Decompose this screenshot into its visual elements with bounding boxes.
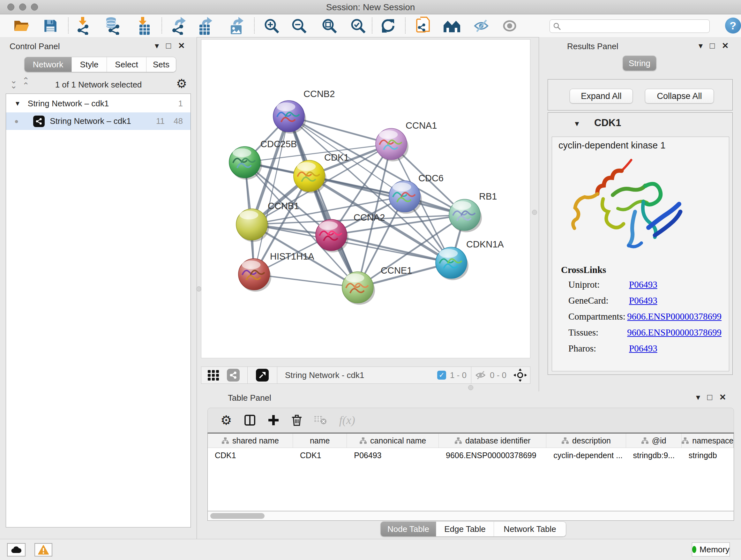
tab-sets[interactable]: Sets — [146, 57, 176, 72]
import-string-network-button[interactable] — [415, 17, 433, 35]
column-header-namespace[interactable]: namespace — [682, 434, 734, 448]
column-header-name[interactable]: name — [293, 434, 347, 448]
edge-count: 48 — [174, 116, 183, 126]
right-splitter-handle[interactable] — [532, 210, 537, 215]
tab-network-table[interactable]: Network Table — [494, 522, 566, 537]
delete-table-icon-disabled — [314, 415, 327, 425]
horizontal-splitter-handle[interactable] — [468, 385, 473, 390]
crosslinks-list: Uniprot:P06493GeneCard:P06493Compartment… — [568, 279, 722, 359]
panel-close-icon[interactable]: ✕ — [722, 41, 729, 51]
tree-expander-icon[interactable]: ▼ — [14, 100, 21, 107]
panel-float-icon[interactable]: □ — [710, 41, 715, 51]
section-expander-icon[interactable]: ▼ — [574, 120, 581, 128]
column-header-sharedname[interactable]: shared name — [208, 434, 293, 448]
panel-dropdown-icon[interactable]: ▾ — [698, 41, 703, 51]
export-table-button[interactable] — [197, 17, 214, 35]
open-session-button[interactable] — [13, 17, 30, 35]
expand-all-button[interactable]: Expand All — [569, 89, 633, 104]
apply-layout-button[interactable] — [379, 17, 397, 35]
protein-description: cyclin-dependent kinase 1 — [558, 140, 665, 151]
zoom-out-button[interactable] — [290, 17, 308, 35]
save-session-button[interactable] — [42, 17, 59, 35]
columns-icon[interactable] — [244, 415, 256, 426]
network-view-toggle-button[interactable] — [227, 369, 240, 381]
crosslink-link[interactable]: P06493 — [629, 343, 657, 354]
column-header-id[interactable]: @id — [626, 434, 682, 448]
detach-view-button[interactable] — [256, 369, 269, 381]
network-graph[interactable]: CCNB2CCNA1CDC25BCDK1CDC6RB1CCNB1CCNA2CDK… — [201, 40, 530, 358]
crosslink-link[interactable]: 9606.ENSP00000378699 — [627, 311, 722, 322]
birdseye-toggle-button[interactable] — [514, 368, 527, 382]
grid-view-button[interactable] — [207, 369, 220, 381]
selected-nodes-checkbox[interactable]: ✓ — [437, 371, 446, 380]
zoom-in-button[interactable] — [263, 17, 280, 35]
tab-style[interactable]: Style — [72, 57, 107, 72]
network-row-selected[interactable]: ● String Network – cdk1 11 48 — [6, 112, 191, 130]
table-gear-icon[interactable]: ⚙ — [220, 414, 232, 427]
column-header-canonicalname[interactable]: canonical name — [347, 434, 439, 448]
import-table-button[interactable] — [135, 17, 153, 35]
column-header-description[interactable]: description — [546, 434, 626, 448]
tab-select[interactable]: Select — [107, 57, 146, 72]
graph-node-CDKN1A: CDKN1A — [435, 239, 504, 280]
zoom-selected-button[interactable] — [349, 17, 367, 35]
memory-button[interactable]: Memory — [692, 543, 730, 557]
zoom-out-icon — [291, 18, 307, 34]
hide-glass-button[interactable] — [473, 17, 491, 35]
memory-status-icon — [692, 546, 696, 553]
graph-node-CCNA1: CCNA1 — [376, 120, 437, 162]
left-splitter-handle[interactable] — [196, 287, 201, 292]
panel-dropdown-icon[interactable]: ▾ — [696, 392, 700, 402]
cloud-icon — [10, 546, 22, 554]
panel-dropdown-icon[interactable]: ▾ — [155, 41, 159, 51]
crosslink-label: Tissues: — [568, 327, 627, 338]
graph-node-CDC25B: CDC25B — [229, 139, 297, 180]
import-network-button[interactable] — [75, 17, 93, 35]
scrollbar-thumb[interactable] — [210, 513, 265, 519]
network-canvas[interactable]: CCNB2CCNA1CDC25BCDK1CDC6RB1CCNB1CCNA2CDK… — [201, 39, 530, 358]
tab-string[interactable]: String — [623, 56, 656, 71]
crosslink-row: Pharos:P06493 — [568, 343, 722, 354]
search-input[interactable] — [564, 20, 705, 31]
delete-column-icon[interactable] — [291, 414, 302, 427]
import-network-from-database-button[interactable] — [104, 17, 122, 35]
share-icon — [229, 371, 238, 379]
crosslink-row: Uniprot:P06493 — [568, 279, 722, 290]
table-cell: stringdb:9... — [626, 448, 682, 462]
crosslink-link[interactable]: P06493 — [629, 295, 657, 306]
application-window: Session: New Session — [0, 0, 741, 560]
add-column-icon[interactable] — [268, 415, 279, 426]
crosslink-row: Tissues:9606.ENSP00000378699 — [568, 327, 722, 338]
export-network-button[interactable] — [170, 17, 188, 35]
zoom-fit-button[interactable] — [320, 17, 338, 35]
column-header-databaseidentifier[interactable]: database identifier — [439, 434, 546, 448]
tab-network[interactable]: Network — [24, 57, 72, 72]
tab-edge-table[interactable]: Edge Table — [436, 522, 494, 537]
svg-text:CCNE1: CCNE1 — [381, 265, 412, 275]
table-cell: stringdb — [682, 448, 734, 462]
tab-node-table[interactable]: Node Table — [381, 522, 436, 537]
crosslink-link[interactable]: 9606.ENSP00000378699 — [627, 327, 722, 338]
show-glass-button[interactable] — [501, 17, 519, 35]
export-image-button[interactable] — [228, 17, 246, 35]
panel-float-icon[interactable]: □ — [707, 392, 712, 402]
network-collection-row[interactable]: ▼ String Network – cdk1 1 — [6, 95, 191, 112]
panel-float-icon[interactable]: □ — [166, 41, 171, 51]
results-actions-box: Expand All Collapse All — [548, 79, 733, 111]
panel-close-icon[interactable]: ✕ — [178, 41, 185, 51]
table-row[interactable]: CDK1CDK1P064939606.ENSP00000378699cyclin… — [208, 448, 734, 462]
svg-text:CCNB2: CCNB2 — [304, 89, 335, 99]
cloud-status-button[interactable] — [7, 543, 25, 557]
string-home-button[interactable] — [443, 17, 461, 35]
help-button[interactable]: ? — [725, 17, 741, 34]
panel-close-icon[interactable]: ✕ — [719, 392, 726, 402]
crosslink-link[interactable]: P06493 — [629, 279, 657, 290]
collapse-all-button[interactable]: Collapse All — [645, 89, 714, 104]
toolbar-search — [549, 19, 710, 33]
gear-icon[interactable]: ⚙ — [176, 77, 187, 91]
table-cell: CDK1 — [208, 448, 293, 462]
horizontal-scrollbar[interactable] — [207, 511, 734, 521]
warnings-button[interactable] — [35, 543, 52, 557]
hidden-counts: 0 - 0 — [490, 370, 507, 380]
svg-text:CDKN1A: CDKN1A — [466, 239, 504, 249]
